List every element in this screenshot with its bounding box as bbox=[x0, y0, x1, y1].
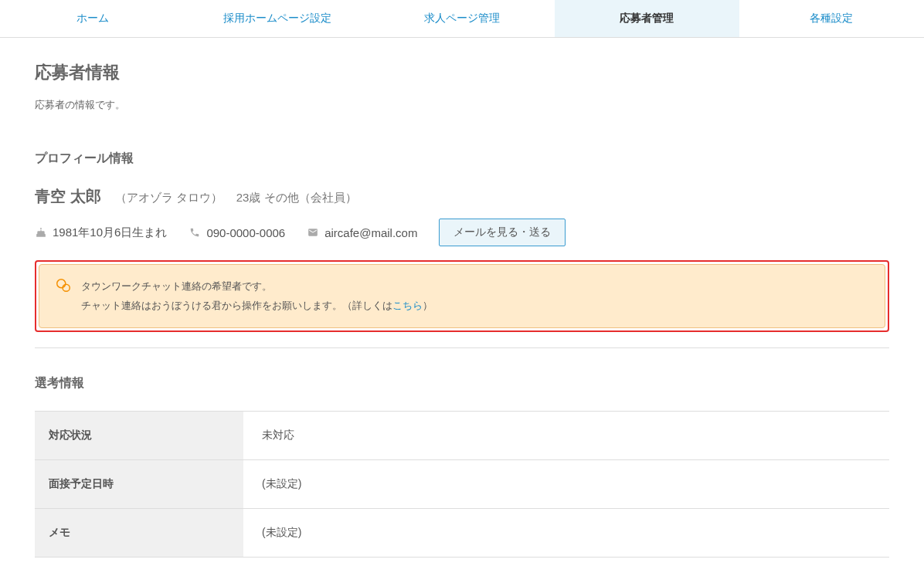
email-text: aircafe@mail.com bbox=[324, 226, 417, 239]
row-label-interview: 面接予定日時 bbox=[35, 460, 243, 509]
applicant-name: 青空 太郎 bbox=[35, 186, 101, 207]
table-row: 面接予定日時 (未設定) bbox=[35, 460, 889, 509]
row-value-interview: (未設定) bbox=[243, 460, 889, 509]
profile-section-title: プロフィール情報 bbox=[35, 151, 889, 167]
phone-item: 090-0000-0006 bbox=[189, 226, 285, 239]
row-label-status: 対応状況 bbox=[35, 412, 243, 460]
nav-recruit-settings[interactable]: 採用ホームページ設定 bbox=[185, 0, 369, 37]
top-nav: ホーム 採用ホームページ設定 求人ページ管理 応募者管理 各種設定 bbox=[0, 0, 924, 38]
phone-icon bbox=[189, 227, 201, 238]
nav-applicants[interactable]: 応募者管理 bbox=[555, 0, 739, 37]
table-row: メモ (未設定) bbox=[35, 509, 889, 558]
phone-text: 090-0000-0006 bbox=[206, 226, 285, 239]
section-divider bbox=[35, 347, 889, 348]
page-description: 応募者の情報です。 bbox=[35, 98, 889, 112]
nav-home[interactable]: ホーム bbox=[0, 0, 185, 37]
birth-text: 1981年10月6日生まれ bbox=[53, 225, 167, 240]
view-send-mail-button[interactable]: メールを見る・送る bbox=[439, 219, 566, 246]
selection-section-title: 選考情報 bbox=[35, 375, 889, 391]
profile-name-row: 青空 太郎 （アオゾラ タロウ） 23歳 その他（会社員） bbox=[35, 186, 889, 207]
alert-line2: チャット連絡はおうぼうける君から操作をお願いします。（詳しくはこちら） bbox=[81, 297, 433, 316]
email-item: aircafe@mail.com bbox=[307, 226, 417, 239]
main-container: 応募者情報 応募者の情報です。 プロフィール情報 青空 太郎 （アオゾラ タロウ… bbox=[0, 38, 924, 566]
alert-line1: タウンワークチャット連絡の希望者です。 bbox=[81, 277, 433, 297]
nav-settings[interactable]: 各種設定 bbox=[739, 0, 924, 37]
mail-icon bbox=[307, 227, 319, 238]
cake-icon bbox=[35, 227, 47, 238]
svg-point-1 bbox=[63, 284, 70, 291]
svg-point-0 bbox=[57, 280, 66, 288]
applicant-name-kana: （アオゾラ タロウ） bbox=[115, 191, 223, 205]
alert-line2-pre: チャット連絡はおうぼうける君から操作をお願いします。（詳しくは bbox=[81, 300, 392, 311]
chat-icon bbox=[55, 277, 72, 294]
birth-item: 1981年10月6日生まれ bbox=[35, 225, 167, 240]
table-row: 対応状況 未対応 bbox=[35, 412, 889, 460]
applicant-meta: 23歳 その他（会社員） bbox=[236, 191, 357, 205]
alert-text: タウンワークチャット連絡の希望者です。 チャット連絡はおうぼうける君から操作をお… bbox=[81, 277, 433, 315]
alert-highlight-frame: タウンワークチャット連絡の希望者です。 チャット連絡はおうぼうける君から操作をお… bbox=[35, 260, 889, 332]
row-value-memo: (未設定) bbox=[243, 509, 889, 558]
row-value-status: 未対応 bbox=[243, 412, 889, 460]
row-label-memo: メモ bbox=[35, 509, 243, 558]
alert-details-link[interactable]: こちら bbox=[392, 300, 423, 311]
page-title: 応募者情報 bbox=[35, 61, 889, 84]
chat-preference-alert: タウンワークチャット連絡の希望者です。 チャット連絡はおうぼうける君から操作をお… bbox=[39, 264, 885, 328]
selection-table: 対応状況 未対応 面接予定日時 (未設定) メモ (未設定) bbox=[35, 411, 889, 558]
contact-row: 1981年10月6日生まれ 090-0000-0006 aircafe@mail… bbox=[35, 219, 889, 246]
alert-line2-post: ） bbox=[423, 300, 433, 311]
nav-job-pages[interactable]: 求人ページ管理 bbox=[369, 0, 554, 37]
